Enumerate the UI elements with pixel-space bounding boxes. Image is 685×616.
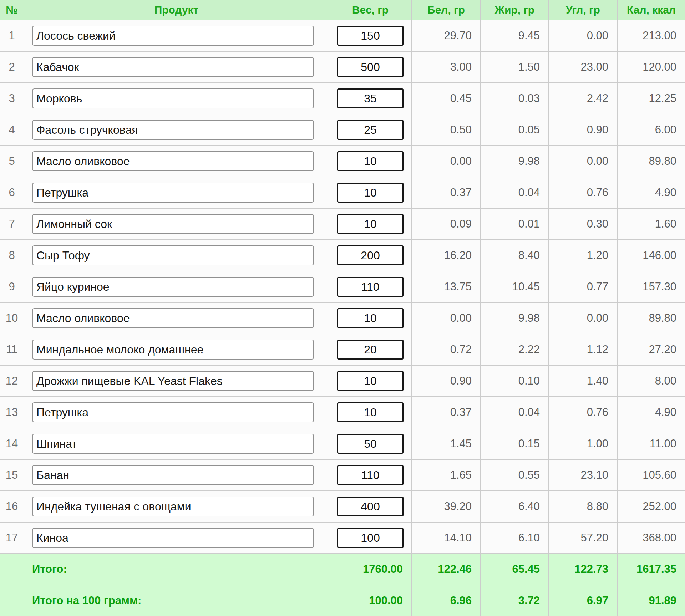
fat-value: 0.55 [481,459,549,491]
fat-value: 6.10 [481,522,549,554]
carbs-value: 2.42 [549,83,617,114]
calories-value: 120.00 [617,51,685,83]
totals-label: Итого: [24,554,329,585]
carbs-value: 0.00 [549,146,617,177]
calories-value: 6.00 [617,114,685,146]
carbs-value: 8.80 [549,491,617,522]
fat-value: 0.01 [481,208,549,240]
weight-cell [329,51,412,83]
weight-cell [329,240,412,271]
product-cell [24,240,329,271]
protein-value: 0.37 [412,177,481,208]
weight-input[interactable] [337,214,404,234]
product-name-input[interactable] [32,245,314,265]
header-row: № Продукт Вес, гр Бел, гр Жир, гр Угл, г… [0,0,685,20]
totals-empty-cell [0,554,24,585]
product-cell [24,271,329,302]
col-header-fat: Жир, гр [481,0,549,20]
totals-weight: 1760.00 [329,554,412,585]
product-name-input[interactable] [32,151,314,171]
row-number: 15 [0,459,24,491]
weight-cell [329,459,412,491]
weight-cell [329,365,412,397]
protein-value: 1.65 [412,459,481,491]
totals-calories: 1617.35 [617,554,685,585]
product-name-input[interactable] [32,434,314,454]
product-name-input[interactable] [32,57,314,77]
col-header-carbs: Угл, гр [549,0,617,20]
weight-input[interactable] [337,26,404,46]
product-name-input[interactable] [32,371,314,391]
calories-value: 105.60 [617,459,685,491]
product-name-input[interactable] [32,277,314,297]
weight-input[interactable] [337,434,404,454]
protein-value: 0.90 [412,365,481,397]
calories-value: 1.60 [617,208,685,240]
weight-input[interactable] [337,497,404,516]
weight-input[interactable] [337,88,404,108]
weight-input[interactable] [337,183,404,203]
weight-input[interactable] [337,57,404,77]
product-name-input[interactable] [32,120,314,140]
calories-value: 89.80 [617,302,685,334]
carbs-value: 0.30 [549,208,617,240]
product-name-input[interactable] [32,88,314,108]
product-name-input[interactable] [32,214,314,234]
product-cell [24,146,329,177]
protein-value: 0.00 [412,302,481,334]
weight-input[interactable] [337,308,404,328]
product-cell [24,208,329,240]
calories-value: 4.90 [617,177,685,208]
col-header-protein: Бел, гр [412,0,481,20]
fat-value: 6.40 [481,491,549,522]
weight-input[interactable] [337,120,404,140]
product-name-input[interactable] [32,528,314,548]
carbs-value: 23.00 [549,51,617,83]
fat-value: 0.05 [481,114,549,146]
weight-cell [329,208,412,240]
totals-protein: 122.46 [412,554,481,585]
totals-per-100g-calories: 91.89 [617,585,685,616]
carbs-value: 0.00 [549,302,617,334]
weight-input[interactable] [337,528,404,548]
table-row: 10 0.00 9.98 0.00 89.80 [0,302,685,334]
table-row: 12 0.90 0.10 1.40 8.00 [0,365,685,397]
carbs-value: 0.77 [549,271,617,302]
product-name-input[interactable] [32,465,314,485]
table-row: 4 0.50 0.05 0.90 6.00 [0,114,685,146]
weight-cell [329,20,412,51]
calories-value: 213.00 [617,20,685,51]
row-number: 12 [0,365,24,397]
product-name-input[interactable] [32,183,314,203]
row-number: 7 [0,208,24,240]
weight-input[interactable] [337,151,404,171]
weight-input[interactable] [337,371,404,391]
row-number: 6 [0,177,24,208]
product-name-input[interactable] [32,308,314,328]
totals-per-100g-empty-cell [0,585,24,616]
table-row: 13 0.37 0.04 0.76 4.90 [0,397,685,428]
protein-value: 0.00 [412,146,481,177]
product-name-input[interactable] [32,402,314,422]
totals-per-100g-weight: 100.00 [329,585,412,616]
row-number: 5 [0,146,24,177]
product-name-input[interactable] [32,26,314,46]
carbs-value: 23.10 [549,459,617,491]
product-name-input[interactable] [32,497,314,516]
protein-value: 0.09 [412,208,481,240]
weight-input[interactable] [337,402,404,422]
product-name-input[interactable] [32,340,314,360]
weight-input[interactable] [337,245,404,265]
calories-value: 4.90 [617,397,685,428]
product-cell [24,51,329,83]
calories-value: 368.00 [617,522,685,554]
calories-value: 157.30 [617,271,685,302]
weight-input[interactable] [337,465,404,485]
weight-input[interactable] [337,340,404,360]
protein-value: 0.50 [412,114,481,146]
weight-input[interactable] [337,277,404,297]
carbs-value: 1.20 [549,240,617,271]
weight-cell [329,491,412,522]
fat-value: 0.10 [481,365,549,397]
carbs-value: 1.40 [549,365,617,397]
